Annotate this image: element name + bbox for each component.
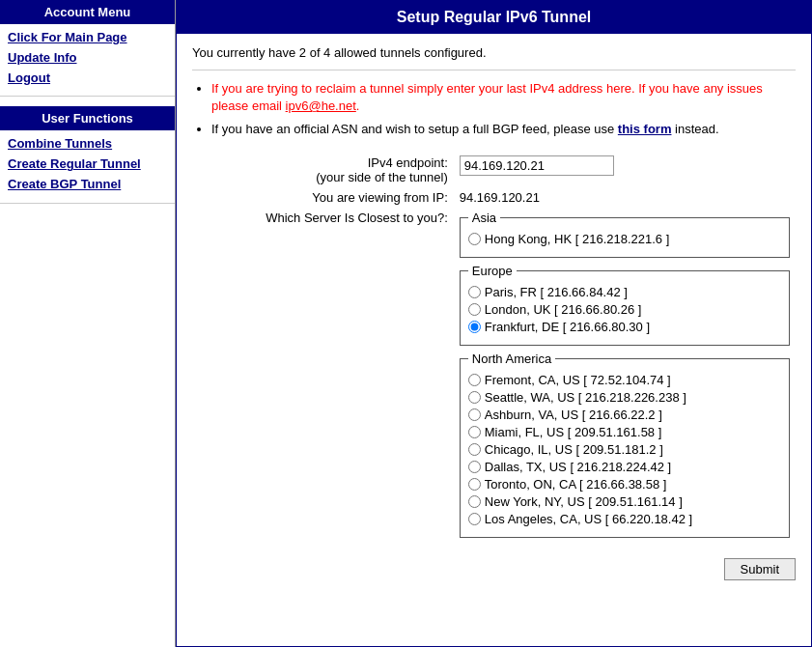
europe-legend: Europe — [468, 264, 517, 278]
radio-seattle[interactable] — [468, 391, 481, 404]
label-fremont: Fremont, CA, US [ 72.52.104.74 ] — [485, 373, 671, 387]
server-option-paris: Paris, FR [ 216.66.84.42 ] — [468, 285, 781, 299]
bgp-form-link[interactable]: this form — [618, 122, 672, 136]
radio-london[interactable] — [468, 303, 481, 316]
viewing-ip-row: You are viewing from IP: 94.169.120.21 — [192, 187, 796, 208]
logout-link[interactable]: Logout — [8, 69, 167, 89]
ipv4-row: IPv4 endpoint: (your side of the tunnel) — [192, 153, 796, 187]
tunnel-info: You currently have 2 of 4 allowed tunnel… — [192, 45, 796, 70]
form-table: IPv4 endpoint: (your side of the tunnel)… — [192, 153, 796, 547]
account-menu-links: Click For Main Page Update Info Logout — [0, 24, 175, 97]
main-content: Setup Regular IPv6 Tunnel You currently … — [176, 0, 812, 647]
ipv4-value-cell — [454, 153, 796, 187]
bgp-text: If you have an official ASN and wish to … — [211, 122, 719, 136]
viewing-ip-value: 94.169.120.21 — [454, 187, 796, 208]
server-option-miami: Miami, FL, US [ 209.51.161.58 ] — [468, 425, 781, 439]
submit-row: Submit — [192, 558, 796, 580]
bullet-reclaim: If you are trying to reclaim a tunnel si… — [211, 80, 796, 115]
server-option-frankfurt: Frankfurt, DE [ 216.66.80.30 ] — [468, 320, 781, 334]
radio-dallas[interactable] — [468, 461, 481, 473]
user-functions-header: User Functions — [0, 106, 175, 130]
combine-tunnels-link[interactable]: Combine Tunnels — [8, 134, 167, 155]
label-frankfurt: Frankfurt, DE [ 216.66.80.30 ] — [485, 320, 650, 334]
label-hk: Hong Kong, HK [ 216.218.221.6 ] — [485, 232, 670, 246]
sidebar: Account Menu Click For Main Page Update … — [0, 0, 176, 647]
label-ashburn: Ashburn, VA, US [ 216.66.22.2 ] — [485, 408, 662, 422]
server-option-losangeles: Los Angeles, CA, US [ 66.220.18.42 ] — [468, 512, 781, 526]
radio-losangeles[interactable] — [468, 513, 481, 525]
server-option-seattle: Seattle, WA, US [ 216.218.226.238 ] — [468, 390, 781, 405]
bullet-bgp: If you have an official ASN and wish to … — [211, 121, 796, 138]
server-option-chicago: Chicago, IL, US [ 209.51.181.2 ] — [468, 442, 781, 457]
server-option-fremont: Fremont, CA, US [ 72.52.104.74 ] — [468, 373, 781, 387]
page-title: Setup Regular IPv6 Tunnel — [177, 1, 811, 34]
server-option-ashburn: Ashburn, VA, US [ 216.66.22.2 ] — [468, 408, 781, 422]
asia-fieldset: Asia Hong Kong, HK [ 216.218.221.6 ] — [460, 211, 790, 258]
viewing-ip-label: You are viewing from IP: — [192, 187, 454, 208]
label-london: London, UK [ 216.66.80.26 ] — [485, 302, 642, 317]
radio-ashburn[interactable] — [468, 408, 481, 421]
server-option-london: London, UK [ 216.66.80.26 ] — [468, 302, 781, 317]
label-losangeles: Los Angeles, CA, US [ 66.220.18.42 ] — [485, 512, 692, 526]
server-option-dallas: Dallas, TX, US [ 216.218.224.42 ] — [468, 460, 781, 474]
radio-newyork[interactable] — [468, 495, 481, 508]
label-chicago: Chicago, IL, US [ 209.51.181.2 ] — [485, 442, 663, 457]
asia-legend: Asia — [468, 211, 500, 225]
north-america-fieldset: North America Fremont, CA, US [ 72.52.10… — [460, 352, 790, 538]
submit-button[interactable]: Submit — [724, 558, 796, 580]
europe-fieldset: Europe Paris, FR [ 216.66.84.42 ] London… — [460, 264, 790, 346]
server-label: Which Server Is Closest to you?: — [192, 208, 454, 547]
server-option-hk: Hong Kong, HK [ 216.218.221.6 ] — [468, 232, 781, 246]
radio-fremont[interactable] — [468, 374, 481, 386]
create-regular-tunnel-link[interactable]: Create Regular Tunnel — [8, 155, 167, 175]
main-page-link[interactable]: Click For Main Page — [8, 28, 167, 48]
reclaim-text: If you are trying to reclaim a tunnel si… — [211, 81, 763, 113]
server-row: Which Server Is Closest to you?: Asia Ho… — [192, 208, 796, 547]
user-functions-links: Combine Tunnels Create Regular Tunnel Cr… — [0, 130, 175, 203]
ipv4-label: IPv4 endpoint: (your side of the tunnel) — [192, 153, 454, 187]
north-america-legend: North America — [468, 352, 555, 366]
update-info-link[interactable]: Update Info — [8, 48, 167, 69]
create-bgp-tunnel-link[interactable]: Create BGP Tunnel — [8, 175, 167, 195]
email-link[interactable]: ipv6@he.net — [286, 98, 356, 113]
radio-chicago[interactable] — [468, 443, 481, 456]
main-body: You currently have 2 of 4 allowed tunnel… — [177, 34, 811, 646]
server-options-cell: Asia Hong Kong, HK [ 216.218.221.6 ] Eur… — [454, 208, 796, 547]
server-option-newyork: New York, NY, US [ 209.51.161.14 ] — [468, 494, 781, 509]
radio-miami[interactable] — [468, 426, 481, 438]
radio-hk[interactable] — [468, 233, 481, 245]
radio-frankfurt[interactable] — [468, 321, 481, 333]
label-paris: Paris, FR [ 216.66.84.42 ] — [485, 285, 628, 299]
instructions: If you are trying to reclaim a tunnel si… — [192, 80, 796, 139]
label-seattle: Seattle, WA, US [ 216.218.226.238 ] — [485, 390, 686, 405]
label-dallas: Dallas, TX, US [ 216.218.224.42 ] — [485, 460, 671, 474]
label-toronto: Toronto, ON, CA [ 216.66.38.58 ] — [485, 477, 667, 492]
radio-paris[interactable] — [468, 286, 481, 298]
server-option-toronto: Toronto, ON, CA [ 216.66.38.58 ] — [468, 477, 781, 492]
ipv4-input[interactable] — [460, 155, 614, 176]
radio-toronto[interactable] — [468, 478, 481, 491]
label-newyork: New York, NY, US [ 209.51.161.14 ] — [485, 494, 683, 509]
label-miami: Miami, FL, US [ 209.51.161.58 ] — [485, 425, 662, 439]
account-menu-header: Account Menu — [0, 0, 175, 24]
